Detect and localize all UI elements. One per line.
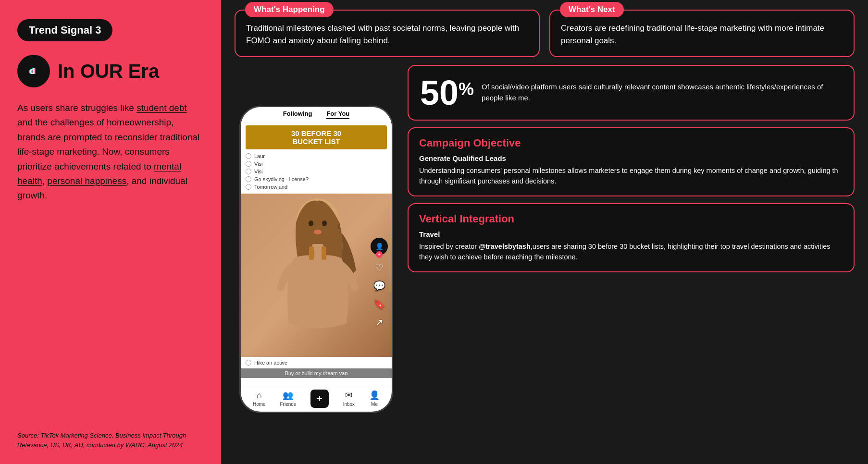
comment-icon[interactable]: 💬 xyxy=(373,280,385,292)
bucket-bottom-items: Hike an active xyxy=(241,357,392,368)
vertical-body: Inspired by creator @travelsbytash,users… xyxy=(419,241,843,263)
phone-mockup: Following For You 30 BEFORE 30BUCKET LIS… xyxy=(239,106,393,413)
trend-badge: Trend Signal 3 xyxy=(17,19,112,41)
bucket-item-2: Visi xyxy=(246,160,387,168)
bucket-bottom-text: Buy or build my dream van xyxy=(241,368,392,378)
campaign-title: Campaign Objective xyxy=(419,137,843,149)
nav-inbox-label: Inbox xyxy=(343,402,355,407)
phone-container: Following For You 30 BEFORE 30BUCKET LIS… xyxy=(235,65,398,454)
bucket-item-5: Tomorrowland xyxy=(246,183,387,191)
video-girl xyxy=(241,194,392,357)
checkbox-4 xyxy=(246,176,251,182)
bottom-row: Following For You 30 BEFORE 30BUCKET LIS… xyxy=(235,65,855,454)
bucket-item-label-1: Laur xyxy=(254,153,265,159)
campaign-objective-card: Campaign Objective Generate Qualified Le… xyxy=(408,127,855,196)
tiktok-logo-icon: d d d xyxy=(23,61,44,82)
bucket-item-label-4: Go skydiving - license? xyxy=(254,176,309,182)
bucket-item-4: Go skydiving - license? xyxy=(246,175,387,183)
profile-icon: 👤 xyxy=(369,390,380,401)
tiktok-nav-header: Following For You xyxy=(241,107,392,122)
checkbox-1 xyxy=(246,153,251,159)
inbox-icon: ✉ xyxy=(345,390,352,401)
whats-happening-card: What's Happening Traditional milestones … xyxy=(235,10,540,57)
bucket-item-3: Visi xyxy=(246,168,387,175)
vertical-title: Vertical Integration xyxy=(419,213,843,225)
era-header: d d d In OUR Era xyxy=(17,55,204,87)
stat-number: 50 xyxy=(420,75,459,110)
share-icon[interactable]: ↗ xyxy=(375,317,384,328)
nav-following: Following xyxy=(283,110,312,119)
girl-silhouette-svg xyxy=(241,194,392,357)
bucket-item-6: Hike an active xyxy=(246,359,387,366)
svg-point-10 xyxy=(309,220,313,226)
nav-add-button[interactable]: + xyxy=(310,390,329,408)
era-icon: d d d xyxy=(17,55,50,87)
video-overlay: 👤 ♡ 💬 🔖 ↗ xyxy=(241,194,392,357)
svg-text:d: d xyxy=(30,66,35,76)
nav-me[interactable]: 👤 Me xyxy=(369,390,380,407)
bucket-item-label-5: Tomorrowland xyxy=(254,184,287,190)
whats-happening-text: Traditional milestones clashed with past… xyxy=(246,22,528,48)
vertical-body-pre: Inspired by creator xyxy=(419,243,479,250)
link-homeownership: homeownership xyxy=(107,117,171,127)
right-area: What's Happening Traditional milestones … xyxy=(221,0,868,464)
bookmark-icon[interactable]: 🔖 xyxy=(373,298,385,310)
svg-rect-7 xyxy=(309,246,314,260)
era-title: In OUR Era xyxy=(58,61,159,82)
nav-home[interactable]: ⌂ Home xyxy=(253,391,266,407)
bucket-list-title: 30 BEFORE 30BUCKET LIST xyxy=(246,125,387,149)
nav-me-label: Me xyxy=(371,402,378,407)
nav-home-label: Home xyxy=(253,402,266,407)
body-text-1: As users share struggles like xyxy=(17,103,136,113)
vertical-sub-title: Travel xyxy=(419,230,843,238)
left-body: As users share struggles like student de… xyxy=(17,101,204,203)
bucket-item-label-3: Visi xyxy=(254,169,263,174)
campaign-sub-title: Generate Qualified Leads xyxy=(419,154,843,162)
svg-rect-8 xyxy=(322,246,326,260)
campaign-body: Understanding consumers' personal milest… xyxy=(419,165,843,187)
source-text: Source: TikTok Marketing Science, Busine… xyxy=(17,431,204,450)
phone-nav-bar: ⌂ Home 👥 Friends + ✉ Inbox 👤 Me xyxy=(241,385,392,412)
left-panel: Trend Signal 3 d d d In OUR Era As users… xyxy=(0,0,221,464)
vertical-integration-card: Vertical Integration Travel Inspired by … xyxy=(408,203,855,272)
nav-friends-label: Friends xyxy=(280,402,296,407)
nav-friends[interactable]: 👥 Friends xyxy=(280,390,296,407)
bucket-item-label-2: Visi xyxy=(254,161,263,167)
phone-screen: Following For You 30 BEFORE 30BUCKET LIS… xyxy=(241,107,392,385)
like-icon[interactable]: ♡ xyxy=(375,262,384,273)
whats-next-card: What's Next Creators are redefining trad… xyxy=(549,10,855,57)
stat-percent: % xyxy=(459,79,474,99)
svg-point-11 xyxy=(322,220,327,226)
whats-next-text: Creators are redefining traditional life… xyxy=(561,22,843,48)
stat-number-group: 50 % xyxy=(420,75,474,110)
bucket-list-area: 30 BEFORE 30BUCKET LIST Laur Visi Visi xyxy=(241,122,392,194)
link-student-debt: student debt xyxy=(136,103,187,113)
top-row: What's Happening Traditional milestones … xyxy=(235,10,855,57)
nav-for-you: For You xyxy=(326,110,349,119)
friends-icon: 👥 xyxy=(283,390,293,401)
stat-text: Of social/video platform users said cult… xyxy=(482,82,842,103)
whats-happening-tab: What's Happening xyxy=(245,2,334,17)
checkbox-6 xyxy=(246,360,251,366)
body-text-4: , xyxy=(42,176,48,186)
svg-point-9 xyxy=(314,230,322,234)
link-personal-happiness: personal happiness xyxy=(47,176,126,186)
nav-inbox[interactable]: ✉ Inbox xyxy=(343,390,355,407)
vertical-handle: @travelsbytash xyxy=(479,243,531,250)
right-cards: 50 % Of social/video platform users said… xyxy=(408,65,855,454)
avatar-follow-btn[interactable]: 👤 xyxy=(371,238,388,255)
tiktok-side-icons: 👤 ♡ 💬 🔖 ↗ xyxy=(371,238,388,328)
checkbox-5 xyxy=(246,184,251,190)
stat-card: 50 % Of social/video platform users said… xyxy=(408,65,855,121)
bucket-item-label-6: Hike an active xyxy=(254,360,287,366)
body-text-2: and the challenges of xyxy=(17,117,107,127)
bucket-item-1: Laur xyxy=(246,152,387,160)
whats-next-tab: What's Next xyxy=(560,2,624,17)
checkbox-3 xyxy=(246,169,251,174)
checkbox-2 xyxy=(246,161,251,167)
home-icon: ⌂ xyxy=(257,391,262,401)
